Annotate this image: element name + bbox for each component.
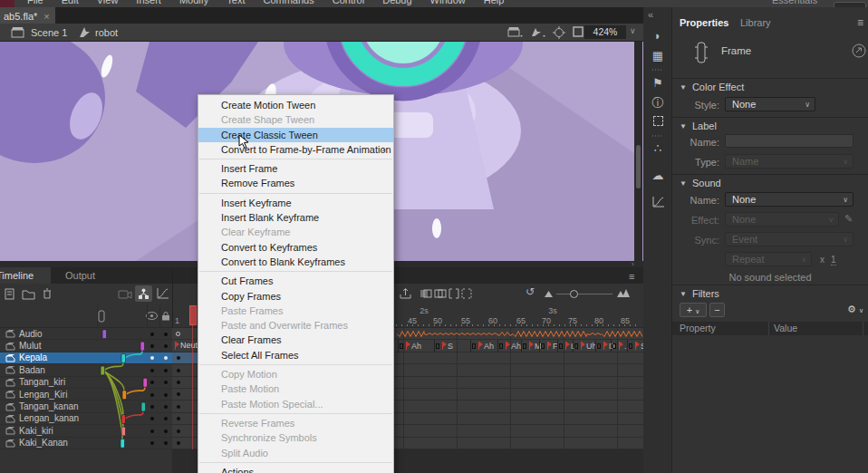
menu-item-window[interactable]: Window — [421, 0, 475, 5]
properties-panel-menu-icon[interactable]: ≡ — [857, 16, 863, 29]
layer-row-tangan-kiri[interactable]: Tangan_kiri — [0, 377, 172, 389]
camera-icon[interactable] — [118, 289, 132, 299]
keyframe-end-marker[interactable] — [629, 343, 632, 349]
layer-visibility-dot[interactable] — [150, 401, 154, 412]
zoom-chevron-icon[interactable]: ∨ — [630, 26, 636, 35]
edit-sound-pencil-icon[interactable]: ✎ — [844, 213, 853, 225]
layer-visibility-dot[interactable] — [150, 340, 154, 352]
timeline-panel-menu-icon[interactable]: ≡ — [629, 271, 634, 282]
context-menu-item-insert-keyframe[interactable]: Insert Keyframe — [198, 196, 393, 210]
layer-row-tangan-kanan[interactable]: Tangan_kanan — [0, 401, 172, 412]
context-menu-item-convert-to-keyframes[interactable]: Convert to Keyframes — [198, 240, 393, 255]
layer-lock-dot[interactable] — [164, 328, 168, 340]
layer-lock-dot[interactable] — [164, 352, 168, 364]
keyframe-end-marker[interactable] — [499, 343, 503, 349]
frame-zoom-slider-handle[interactable] — [570, 290, 578, 298]
workspace-switcher[interactable]: Essentials — [772, 0, 817, 5]
add-filter-button[interactable]: + ∨ — [680, 303, 707, 317]
layer-row-badan[interactable]: Badan — [0, 364, 172, 376]
layer-lock-dot[interactable] — [164, 340, 168, 352]
menu-item-edit[interactable]: Edit — [53, 0, 88, 5]
frame-cell-badan[interactable] — [172, 364, 198, 376]
menu-item-help[interactable]: Help — [475, 0, 514, 5]
layer-lock-dot[interactable] — [164, 364, 168, 376]
keyframe-end-marker[interactable] — [400, 343, 403, 349]
easing-graph-icon[interactable] — [156, 287, 169, 300]
keyframe-end-marker[interactable] — [612, 343, 616, 349]
onion-skin-outlines-icon[interactable] — [434, 288, 447, 299]
show-parenting-view-button[interactable] — [135, 285, 152, 302]
layer-visibility-dot[interactable] — [150, 389, 154, 401]
layer-visibility-dot[interactable] — [150, 328, 154, 340]
section-label[interactable]: ▼Label — [680, 121, 717, 131]
keyframe-end-marker[interactable] — [559, 343, 563, 349]
context-menu-item-clear-frames[interactable]: Clear Frames — [198, 333, 393, 347]
keyframe-flag-icon[interactable] — [619, 342, 620, 350]
frame-cell-kepala[interactable] — [172, 352, 198, 364]
keyframe-end-marker[interactable] — [574, 343, 578, 349]
layer-row-kaki-kanan[interactable]: Kaki_Kanan — [0, 438, 172, 449]
keyframe-flag-icon[interactable] — [478, 342, 479, 350]
context-menu-item-copy-frames[interactable]: Copy Frames — [198, 289, 393, 304]
frame-cell-audio[interactable] — [172, 328, 198, 340]
history-panel-icon[interactable] — [651, 196, 665, 210]
align-panel-icon[interactable]: ⚑ — [651, 76, 665, 91]
modify-markers-icon[interactable] — [461, 288, 472, 299]
frame-strip-left[interactable]: Neutral — [172, 328, 198, 449]
keyframe-flag-icon[interactable] — [529, 342, 530, 350]
layer-row-lengan-kiri[interactable]: Lengan_Kiri — [0, 389, 172, 401]
layer-lock-dot[interactable] — [164, 425, 168, 437]
context-menu-item-create-classic-tween[interactable]: Create Classic Tween — [198, 128, 393, 142]
delete-layer-icon[interactable] — [42, 287, 53, 300]
keyframe-end-marker[interactable] — [436, 343, 439, 349]
layer-lock-dot[interactable] — [164, 438, 168, 449]
frame-cell-kaki-kiri[interactable] — [172, 425, 198, 437]
keyframe-flag-icon[interactable] — [581, 342, 582, 350]
swatches-panel-icon[interactable]: ▦ — [651, 49, 665, 63]
layer-row-audio[interactable]: Audio — [0, 328, 172, 340]
keyframe-flag-icon[interactable] — [565, 342, 566, 350]
zoom-out-frames-icon[interactable] — [545, 291, 553, 297]
lock-column-icon[interactable] — [161, 311, 170, 321]
context-menu-item-convert-to-frame-by-frame-animation[interactable]: Convert to Frame-by-Frame Animation› — [198, 142, 393, 157]
info-panel-icon[interactable]: ⓘ — [651, 96, 665, 111]
keyframe-end-marker[interactable] — [472, 343, 476, 349]
keyframe-flag-icon[interactable] — [603, 342, 604, 350]
loop-playback-icon[interactable]: ↺ — [526, 285, 535, 298]
layer-lock-dot[interactable] — [164, 413, 168, 425]
context-menu-item-insert-blank-keyframe[interactable]: Insert Blank Keyframe — [198, 210, 393, 225]
edit-multiple-frames-icon[interactable] — [448, 288, 459, 299]
new-layer-icon[interactable] — [4, 288, 16, 300]
repeat-count-value[interactable]: 1 — [831, 255, 836, 265]
style-dropdown[interactable]: None ∨ — [725, 97, 815, 111]
section-filters[interactable]: ▼Filters — [680, 288, 719, 299]
color-panel-icon[interactable]: ◗ — [651, 29, 665, 43]
layer-visibility-dot[interactable] — [150, 377, 154, 389]
context-menu-item-create-motion-tween[interactable]: Create Motion Tween — [198, 98, 393, 112]
context-menu-item-cut-frames[interactable]: Cut Frames — [198, 274, 393, 288]
frame-cell-tangan-kanan[interactable] — [172, 401, 198, 412]
context-menu-item-convert-to-blank-keyframes[interactable]: Convert to Blank Keyframes — [198, 255, 393, 269]
layer-visibility-dot[interactable] — [150, 364, 154, 376]
playhead[interactable] — [189, 305, 197, 325]
breadcrumb-scene[interactable]: Scene 1 — [31, 27, 67, 38]
zoom-in-frames-icon[interactable] — [617, 289, 630, 297]
particles-panel-icon[interactable]: ∴ — [651, 141, 665, 156]
frame-zoom-slider-track[interactable] — [556, 294, 612, 294]
keyframe-flag-icon[interactable] — [506, 342, 506, 350]
cc-libraries-panel-icon[interactable]: ☁ — [651, 169, 665, 183]
stage-vertical-scrollbar-thumb[interactable] — [636, 145, 641, 188]
mouth-keyframe-labels[interactable]: AhSAhAhMFLUhD..S — [396, 340, 643, 352]
layer-lock-dot[interactable] — [164, 377, 168, 389]
transform-panel-icon[interactable] — [651, 115, 665, 130]
layer-row-lengan-kanan[interactable]: Lengan_kanan — [0, 413, 172, 425]
center-frame-icon[interactable] — [553, 26, 565, 39]
remove-filter-button[interactable]: − — [709, 303, 725, 317]
new-folder-icon[interactable] — [22, 288, 35, 300]
section-color-effect[interactable]: ▼Color Effect — [680, 82, 744, 92]
onion-skin-icon[interactable] — [420, 288, 432, 299]
section-sound[interactable]: ▼Sound — [680, 178, 721, 188]
menu-item-control[interactable]: Control — [323, 0, 373, 5]
layer-row-kepala[interactable]: Kepala — [0, 352, 172, 364]
menu-item-commands[interactable]: Commands — [254, 0, 323, 5]
